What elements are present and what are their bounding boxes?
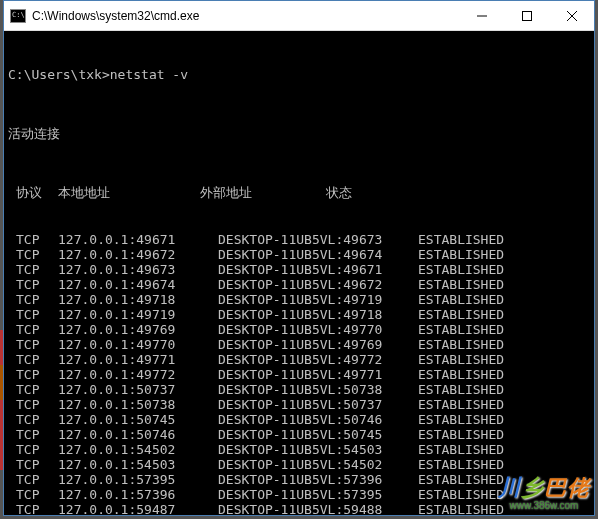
cell-proto: TCP	[8, 457, 58, 472]
table-row: TCP127.0.0.1:54503DESKTOP-11UB5VL:54502E…	[8, 457, 590, 472]
cell-local: 127.0.0.1:57396	[58, 487, 218, 502]
table-row: TCP127.0.0.1:49673DESKTOP-11UB5VL:49671E…	[8, 262, 590, 277]
cell-local: 127.0.0.1:49718	[58, 292, 218, 307]
cell-foreign: DESKTOP-11UB5VL:57396	[218, 472, 418, 487]
table-row: TCP127.0.0.1:49718DESKTOP-11UB5VL:49719E…	[8, 292, 590, 307]
cell-state: ESTABLISHED	[418, 307, 504, 322]
cell-foreign: DESKTOP-11UB5VL:54503	[218, 442, 418, 457]
cell-foreign: DESKTOP-11UB5VL:59488	[218, 502, 418, 515]
cell-local: 127.0.0.1:49771	[58, 352, 218, 367]
column-headers: 协议本地地址外部地址状态	[8, 185, 590, 200]
terminal-output[interactable]: C:\Users\txk>netstat -v 活动连接 协议本地地址外部地址状…	[4, 31, 594, 515]
table-row: TCP127.0.0.1:49672DESKTOP-11UB5VL:49674E…	[8, 247, 590, 262]
cell-proto: TCP	[8, 337, 58, 352]
table-row: TCP127.0.0.1:57395DESKTOP-11UB5VL:57396E…	[8, 472, 590, 487]
header-state: 状态	[326, 185, 352, 200]
cell-local: 127.0.0.1:49770	[58, 337, 218, 352]
cell-state: ESTABLISHED	[418, 247, 504, 262]
titlebar[interactable]: C:\Windows\system32\cmd.exe	[4, 1, 594, 31]
cell-foreign: DESKTOP-11UB5VL:49719	[218, 292, 418, 307]
cell-local: 127.0.0.1:49769	[58, 322, 218, 337]
cell-foreign: DESKTOP-11UB5VL:49671	[218, 262, 418, 277]
svg-rect-1	[522, 11, 531, 20]
cell-proto: TCP	[8, 502, 58, 515]
connection-rows: TCP127.0.0.1:49671DESKTOP-11UB5VL:49673E…	[8, 232, 590, 515]
cell-state: ESTABLISHED	[418, 262, 504, 277]
cell-foreign: DESKTOP-11UB5VL:49771	[218, 367, 418, 382]
cell-state: ESTABLISHED	[418, 457, 504, 472]
cell-state: ESTABLISHED	[418, 232, 504, 247]
table-row: TCP127.0.0.1:49671DESKTOP-11UB5VL:49673E…	[8, 232, 590, 247]
table-row: TCP127.0.0.1:50746DESKTOP-11UB5VL:50745E…	[8, 427, 590, 442]
table-row: TCP127.0.0.1:50738DESKTOP-11UB5VL:50737E…	[8, 397, 590, 412]
cell-state: ESTABLISHED	[418, 472, 504, 487]
cell-local: 127.0.0.1:49719	[58, 307, 218, 322]
cell-state: ESTABLISHED	[418, 442, 504, 457]
cell-local: 127.0.0.1:49672	[58, 247, 218, 262]
cell-proto: TCP	[8, 352, 58, 367]
cell-state: ESTABLISHED	[418, 367, 504, 382]
header-local: 本地地址	[58, 185, 200, 200]
cell-local: 127.0.0.1:49673	[58, 262, 218, 277]
table-row: TCP127.0.0.1:49674DESKTOP-11UB5VL:49672E…	[8, 277, 590, 292]
cell-proto: TCP	[8, 307, 58, 322]
cell-state: ESTABLISHED	[418, 337, 504, 352]
table-row: TCP127.0.0.1:57396DESKTOP-11UB5VL:57395E…	[8, 487, 590, 502]
cell-local: 127.0.0.1:50738	[58, 397, 218, 412]
maximize-button[interactable]	[504, 1, 549, 30]
cmd-window: C:\Windows\system32\cmd.exe C:\Users\txk…	[3, 0, 595, 516]
cell-state: ESTABLISHED	[418, 397, 504, 412]
window-controls	[459, 1, 594, 30]
cell-foreign: DESKTOP-11UB5VL:49772	[218, 352, 418, 367]
cell-proto: TCP	[8, 232, 58, 247]
prompt: C:\Users\txk>	[8, 67, 110, 82]
cell-proto: TCP	[8, 322, 58, 337]
cmd-icon	[10, 9, 26, 23]
cell-local: 127.0.0.1:50745	[58, 412, 218, 427]
close-button[interactable]	[549, 1, 594, 30]
cell-proto: TCP	[8, 262, 58, 277]
header-foreign: 外部地址	[200, 185, 326, 200]
cell-state: ESTABLISHED	[418, 427, 504, 442]
cell-local: 127.0.0.1:49772	[58, 367, 218, 382]
cell-state: ESTABLISHED	[418, 322, 504, 337]
table-row: TCP127.0.0.1:49770DESKTOP-11UB5VL:49769E…	[8, 337, 590, 352]
cell-local: 127.0.0.1:57395	[58, 472, 218, 487]
table-row: TCP127.0.0.1:49769DESKTOP-11UB5VL:49770E…	[8, 322, 590, 337]
cell-proto: TCP	[8, 367, 58, 382]
cell-local: 127.0.0.1:50746	[58, 427, 218, 442]
cell-state: ESTABLISHED	[418, 502, 504, 515]
prompt-line: C:\Users\txk>netstat -v	[8, 67, 590, 82]
table-row: TCP127.0.0.1:50745DESKTOP-11UB5VL:50746E…	[8, 412, 590, 427]
minimize-button[interactable]	[459, 1, 504, 30]
cell-state: ESTABLISHED	[418, 292, 504, 307]
cell-foreign: DESKTOP-11UB5VL:50745	[218, 427, 418, 442]
cell-foreign: DESKTOP-11UB5VL:49674	[218, 247, 418, 262]
header-proto: 协议	[8, 185, 58, 200]
cell-state: ESTABLISHED	[418, 277, 504, 292]
cell-state: ESTABLISHED	[418, 412, 504, 427]
cell-local: 127.0.0.1:49671	[58, 232, 218, 247]
cell-proto: TCP	[8, 292, 58, 307]
cell-state: ESTABLISHED	[418, 382, 504, 397]
table-row: TCP127.0.0.1:50737DESKTOP-11UB5VL:50738E…	[8, 382, 590, 397]
cell-local: 127.0.0.1:54502	[58, 442, 218, 457]
section-title: 活动连接	[8, 126, 590, 141]
cell-state: ESTABLISHED	[418, 352, 504, 367]
cell-foreign: DESKTOP-11UB5VL:49672	[218, 277, 418, 292]
cell-foreign: DESKTOP-11UB5VL:50737	[218, 397, 418, 412]
cell-local: 127.0.0.1:50737	[58, 382, 218, 397]
cell-local: 127.0.0.1:54503	[58, 457, 218, 472]
cell-foreign: DESKTOP-11UB5VL:54502	[218, 457, 418, 472]
table-row: TCP127.0.0.1:49772DESKTOP-11UB5VL:49771E…	[8, 367, 590, 382]
cell-state: ESTABLISHED	[418, 487, 504, 502]
cell-proto: TCP	[8, 247, 58, 262]
table-row: TCP127.0.0.1:54502DESKTOP-11UB5VL:54503E…	[8, 442, 590, 457]
table-row: TCP127.0.0.1:49771DESKTOP-11UB5VL:49772E…	[8, 352, 590, 367]
cell-local: 127.0.0.1:49674	[58, 277, 218, 292]
cell-proto: TCP	[8, 382, 58, 397]
cell-foreign: DESKTOP-11UB5VL:50738	[218, 382, 418, 397]
command: netstat -v	[110, 67, 188, 82]
cell-proto: TCP	[8, 487, 58, 502]
cell-foreign: DESKTOP-11UB5VL:57395	[218, 487, 418, 502]
